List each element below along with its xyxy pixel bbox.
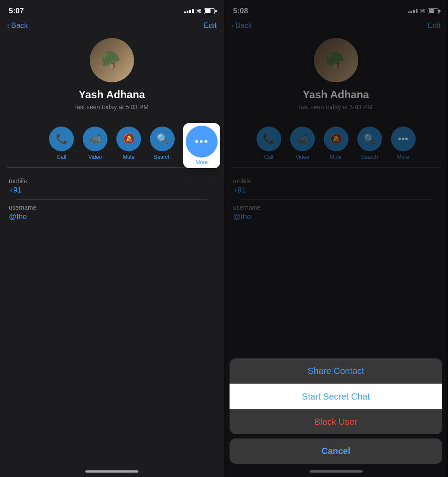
profile-section-left: 🪖 Yash Adhana last seen today at 5:03 PM: [0, 34, 224, 119]
more-popup-circle: •••: [186, 126, 218, 158]
profile-status-left: last seen today at 5:03 PM: [75, 104, 149, 111]
call-icon: 📞: [49, 127, 74, 151]
left-panel: 5:07 ⌘ ‹ Back Edit 🪖 Yash Adhana last se: [0, 0, 224, 477]
action-sheet-cancel-group: Cancel: [230, 439, 442, 464]
nav-bar-left: ‹ Back Edit: [0, 19, 224, 34]
search-button-left[interactable]: 🔍 Search: [150, 127, 175, 160]
status-bar-left: 5:07 ⌘: [0, 0, 224, 19]
signal-icon: [184, 9, 194, 13]
mute-button-left[interactable]: 🔕 Mute: [116, 127, 141, 160]
block-user-button[interactable]: Block User: [230, 409, 442, 434]
start-secret-chat-button[interactable]: Start Secret Chat: [230, 384, 442, 409]
edit-button-left[interactable]: Edit: [204, 21, 217, 30]
battery-icon: [204, 8, 215, 14]
share-contact-button[interactable]: Share Contact: [230, 358, 442, 384]
chevron-left-icon: ‹: [7, 22, 9, 30]
status-icons-left: ⌘: [184, 8, 215, 15]
status-time-left: 5:07: [9, 7, 24, 15]
more-popup[interactable]: ••• More: [183, 123, 220, 168]
search-icon: 🔍: [150, 127, 175, 151]
right-panel: 5:08 ⌘ ‹ Back Edit 🪖 Yash Adhana last se: [224, 0, 448, 477]
action-buttons-left: 📞 Call 📹 Video 🔕 Mute 🔍 Search ••• More: [0, 119, 224, 167]
video-button-left[interactable]: 📹 Video: [83, 127, 107, 160]
avatar-left: 🪖: [90, 38, 134, 82]
profile-name-left: Yash Adhana: [79, 88, 145, 101]
mute-icon: 🔕: [116, 127, 141, 151]
cancel-button[interactable]: Cancel: [230, 439, 442, 464]
video-icon: 📹: [83, 127, 107, 151]
action-sheet: Share Contact Start Secret Chat Block Us…: [230, 358, 442, 464]
wifi-icon: ⌘: [196, 8, 202, 15]
action-sheet-main-group: Share Contact Start Secret Chat Block Us…: [230, 358, 442, 434]
mobile-row-left: mobile +91: [9, 173, 215, 199]
info-section-left: mobile +91 username @the: [0, 168, 224, 231]
home-indicator-left: [85, 470, 138, 473]
back-button-left[interactable]: ‹ Back: [7, 21, 28, 30]
call-button-left[interactable]: 📞 Call: [49, 127, 74, 160]
username-row-left: username @the: [9, 200, 215, 226]
